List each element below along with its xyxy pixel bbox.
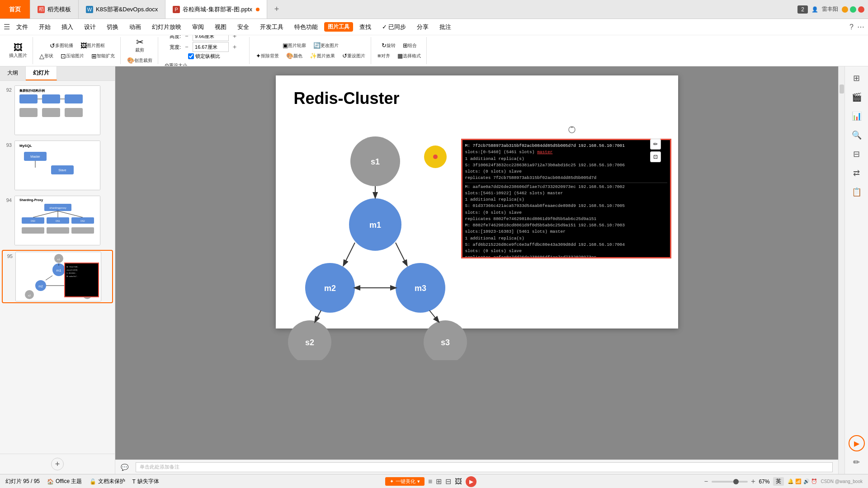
width-input[interactable] bbox=[193, 42, 229, 52]
svg-text:Sharding-Proxy: Sharding-Proxy bbox=[19, 198, 43, 202]
right-panel-btn-1[interactable]: ⊞ bbox=[849, 70, 865, 86]
ribbon-crop[interactable]: ✂ 裁剪 bbox=[132, 36, 148, 55]
width-decrease-btn[interactable]: － bbox=[183, 43, 191, 51]
slide-item-94[interactable]: 94 Sharding-Proxy shardingproxy DS0 bbox=[2, 195, 113, 246]
right-panel-btn-4[interactable]: 🔍 bbox=[849, 127, 865, 143]
menu-animation[interactable]: 动画 bbox=[125, 21, 146, 33]
slide-thumb-95[interactable]: m1 m2 m3 s1 s2 s3 bbox=[15, 252, 101, 301]
height-increase-btn[interactable]: ＋ bbox=[231, 35, 239, 40]
edit-btn-2[interactable]: ⊡ bbox=[650, 151, 661, 162]
zoom-in-btn[interactable]: ＋ bbox=[750, 477, 757, 486]
close-button[interactable] bbox=[858, 6, 864, 13]
panel-tab-outline[interactable]: 大纲 bbox=[0, 66, 26, 80]
ribbon-picture-frame[interactable]: 🖼 图片图框 bbox=[78, 41, 108, 50]
ribbon-rotate[interactable]: ↺ 多图轮播 bbox=[47, 41, 76, 50]
ribbon-select-format[interactable]: ▦ 选择格式 bbox=[395, 51, 424, 61]
ribbon-reset-image[interactable]: ↺ 重设图片 bbox=[340, 51, 368, 61]
menu-devtools[interactable]: 开发工具 bbox=[255, 21, 288, 33]
rotate-handle[interactable] bbox=[567, 125, 576, 134]
svg-text:m1: m1 bbox=[369, 221, 381, 230]
svg-text:MySQL: MySQL bbox=[19, 144, 32, 148]
ribbon-compress[interactable]: ⊡ 压缩图片 bbox=[58, 51, 87, 61]
ribbon-group[interactable]: ⊞ 组合 bbox=[400, 41, 420, 50]
ribbon-creative-crop[interactable]: 🎨 创意裁剪 bbox=[124, 56, 155, 65]
zoom-out-btn[interactable]: － bbox=[703, 477, 710, 486]
menu-review[interactable]: 审阅 bbox=[188, 21, 208, 33]
tab-home[interactable]: 首页 bbox=[0, 0, 30, 19]
layout-icon[interactable]: ⊟ bbox=[445, 477, 451, 486]
play-button[interactable]: ▶ bbox=[849, 435, 865, 451]
right-panel-btn-6[interactable]: ⇄ bbox=[849, 165, 865, 181]
image-view-icon[interactable]: 🖼 bbox=[455, 478, 462, 486]
grid-view-icon[interactable]: ⊞ bbox=[436, 477, 442, 486]
ribbon-align[interactable]: ≡ 对齐 bbox=[375, 51, 393, 61]
slide-thumb-94[interactable]: Sharding-Proxy shardingproxy DS0 DS1 DS2 bbox=[14, 196, 100, 245]
ribbon-resize[interactable]: ⊙ 重设大小 bbox=[162, 61, 190, 66]
help-icon[interactable]: ? bbox=[849, 23, 854, 31]
width-increase-btn[interactable]: ＋ bbox=[231, 43, 239, 51]
tab-template[interactable]: 稻 稻壳模板 bbox=[30, 0, 79, 19]
menu-insert[interactable]: 插入 bbox=[57, 21, 78, 33]
ribbon-smart-expand[interactable]: ⊞ 智能扩充 bbox=[89, 51, 118, 61]
image-tools-row1: ▣ 图片轮廓 🔄 更改图片 bbox=[280, 41, 341, 50]
right-panel-btn-edit[interactable]: ✏ bbox=[849, 454, 865, 470]
panel-tab-slide[interactable]: 幻灯片 bbox=[26, 66, 57, 80]
tab-add-button[interactable]: + bbox=[267, 5, 286, 14]
menu-features[interactable]: 特色功能 bbox=[290, 21, 322, 33]
menu-file[interactable]: 文件 bbox=[12, 21, 33, 33]
scroll-thumb[interactable] bbox=[840, 84, 844, 94]
edit-btn-1[interactable]: ✏ bbox=[650, 139, 661, 150]
slide-thumb-93[interactable]: MySQL Master Slave bbox=[14, 141, 100, 190]
menu-start[interactable]: 开始 bbox=[34, 21, 55, 33]
tab-docx[interactable]: W K8S部署&DevOps.docx bbox=[79, 0, 165, 19]
maximize-button[interactable] bbox=[850, 6, 856, 13]
ribbon-insert-image[interactable]: 🖼 插入图片 bbox=[6, 42, 30, 60]
menu-slideshow[interactable]: 幻灯片放映 bbox=[147, 21, 186, 33]
menu-design[interactable]: 设计 bbox=[80, 21, 100, 33]
zoom-slider[interactable] bbox=[712, 481, 748, 483]
right-panel-btn-7[interactable]: 📋 bbox=[849, 184, 865, 200]
menu-picture-tools[interactable]: 图片工具 bbox=[324, 22, 353, 32]
ribbon-change-image[interactable]: 🔄 更改图片 bbox=[311, 41, 341, 50]
height-decrease-btn[interactable]: － bbox=[183, 35, 191, 40]
slide-info: 幻灯片 95 / 95 bbox=[5, 478, 40, 485]
note-input[interactable]: 单击此处添加备注 bbox=[136, 462, 833, 472]
ribbon-image-outline[interactable]: ▣ 图片轮廓 bbox=[280, 41, 309, 50]
height-input[interactable] bbox=[193, 35, 229, 41]
menu-view[interactable]: 视图 bbox=[210, 21, 231, 33]
svg-rect-50 bbox=[65, 263, 99, 297]
beautify-button[interactable]: ✦ 一键美化 ▾ bbox=[385, 477, 425, 486]
ribbon-shape[interactable]: △ 形状 bbox=[37, 51, 56, 61]
ribbon-remove-bg[interactable]: ✦ 抠除背景 bbox=[253, 51, 282, 61]
menu-share[interactable]: 分享 bbox=[412, 21, 433, 33]
menu-sync[interactable]: ✓已同步 bbox=[377, 21, 410, 33]
minimize-button[interactable] bbox=[842, 6, 848, 13]
menu-security[interactable]: 安全 bbox=[233, 21, 254, 33]
ribbon-image-effect[interactable]: ✨ 图片效果 bbox=[307, 51, 338, 61]
lock-ratio-checkbox[interactable]: 锁定纵横比 bbox=[188, 53, 220, 60]
slide-item-92[interactable]: 92 集群拓扑结构示例 bbox=[2, 84, 113, 136]
right-panel-btn-2[interactable]: 🎬 bbox=[849, 89, 865, 105]
slide-item-95[interactable]: 95 m1 m2 m3 s1 s2 bbox=[2, 250, 113, 303]
slide-canvas[interactable]: Redis-Cluster s1 m1 m2 bbox=[276, 75, 678, 328]
right-panel-btn-5[interactable]: ⊟ bbox=[849, 146, 865, 162]
ribbon-color[interactable]: 🎨 颜色 bbox=[283, 51, 305, 61]
menu-search[interactable]: 查找 bbox=[355, 21, 376, 33]
insert-image-label: 插入图片 bbox=[9, 52, 27, 59]
canvas-scroll[interactable]: Redis-Cluster s1 m1 m2 bbox=[115, 66, 838, 460]
ribbon-rotate-btn[interactable]: ↻ 旋转 bbox=[379, 41, 398, 50]
lock-ratio-input[interactable] bbox=[188, 53, 194, 59]
hamburger-icon[interactable]: ☰ bbox=[4, 23, 10, 31]
add-slide-button[interactable]: + bbox=[51, 458, 64, 470]
slide-item-93[interactable]: 93 MySQL Master Slave bbox=[2, 140, 113, 191]
tab-pptx[interactable]: P 谷粒商城-集群部署-图.pptx bbox=[165, 0, 267, 19]
right-panel-btn-3[interactable]: 📊 bbox=[849, 108, 865, 124]
vertical-scrollbar[interactable] bbox=[838, 66, 844, 474]
menu-switch[interactable]: 切换 bbox=[102, 21, 123, 33]
more-icon[interactable]: ⋯ bbox=[857, 23, 864, 31]
play-status-btn[interactable]: ▶ bbox=[466, 476, 476, 487]
zoom-thumb[interactable] bbox=[733, 479, 739, 484]
list-view-icon[interactable]: ≡ bbox=[428, 478, 432, 486]
slide-thumb-92[interactable]: 集群拓扑结构示例 bbox=[14, 85, 100, 135]
menu-comment[interactable]: 批注 bbox=[435, 21, 456, 33]
